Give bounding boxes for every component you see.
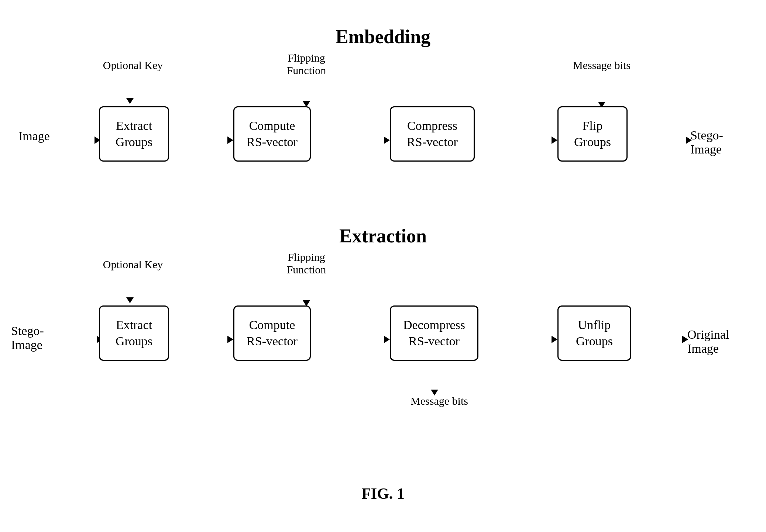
compress-to-flip-arrow [475,140,553,141]
extraction-original-image-label: OriginalImage [687,328,729,356]
ext-compute-to-decompress-arrow [312,339,385,341]
optional-key-arrow-v [130,77,131,100]
embedding-title: Embedding [0,26,766,48]
ext-message-bits-arrow-v [434,362,436,391]
ext-extract-to-compute-arrowhead [227,336,233,343]
page: Embedding Optional Key FlippingFunction … [0,0,766,532]
embedding-image-label: Image [18,129,50,143]
ext-optional-key-arrow-v [130,276,131,299]
compute-to-compress-arrow [312,140,385,141]
embedding-compute-rs-box: ComputeRS-vector [233,106,311,162]
extraction-stego-input-label: Stego-Image [11,324,44,352]
ext-extract-to-compute-arrow [170,339,229,341]
extract-to-compute-arrow [170,140,229,141]
ext-decompress-to-unflip-arrowhead [552,336,557,343]
ext-stego-to-extract-arrow [62,339,98,341]
embedding-flipping-label: FlippingFunction [269,52,343,77]
image-to-extract-arrow [55,140,96,141]
fig-label: FIG. 1 [0,485,766,502]
extraction-optional-key-label: Optional Key [100,258,166,271]
ext-flipping-arrow-v [306,280,308,302]
embedding-extract-groups-box: ExtractGroups [99,106,169,162]
flipping-arrow-v-embed [306,80,308,103]
extraction-title: Extraction [0,225,766,247]
extract-to-compute-arrowhead [227,137,233,144]
extraction-extract-groups-box: ExtractGroups [99,305,169,361]
message-bits-arrow-v [602,77,603,103]
embedding-optional-key-label: Optional Key [100,59,166,72]
compute-to-compress-arrowhead [384,137,390,144]
extraction-decompress-rs-box: DecompressRS-vector [390,305,478,361]
embedding-message-bits-label: Message bits [565,59,639,72]
embedding-compress-rs-box: CompressRS-vector [390,106,475,162]
extraction-message-bits-label: Message bits [402,395,476,407]
extraction-flipping-label: FlippingFunction [269,251,343,276]
extraction-compute-rs-box: ComputeRS-vector [233,305,311,361]
optional-key-arrowhead [126,98,134,104]
embedding-stego-label: Stego-Image [690,128,723,156]
ext-optional-key-arrowhead [126,297,134,303]
ext-compute-to-decompress-arrowhead [384,336,390,343]
embedding-flip-groups-box: FlipGroups [557,106,628,162]
extraction-unflip-groups-box: UnflipGroups [557,305,631,361]
flip-to-stego-arrow [628,140,687,141]
ext-decompress-to-unflip-arrow [479,339,553,341]
ext-unflip-to-original-arrow [632,339,684,341]
compress-to-flip-arrowhead [552,137,557,144]
